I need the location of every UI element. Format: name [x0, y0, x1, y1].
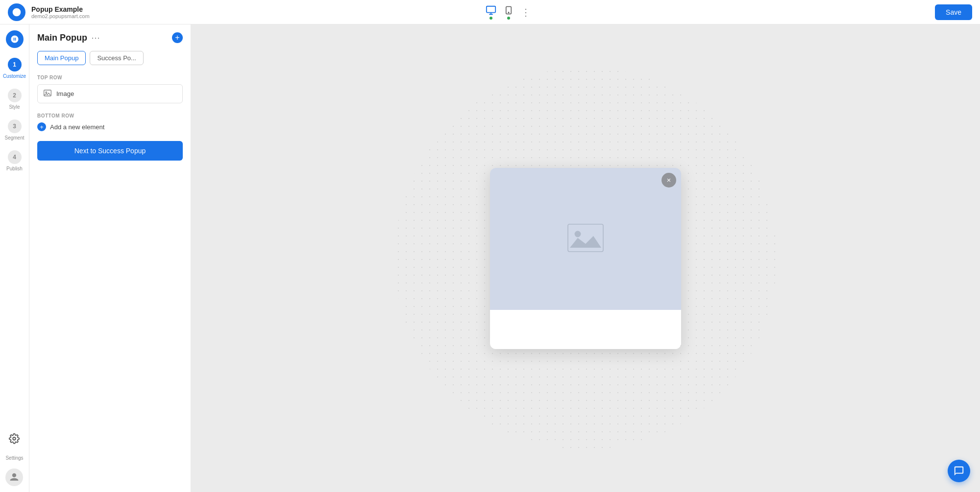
bottom-row-label: BOTTOM ROW [37, 113, 183, 118]
main-canvas: × [191, 24, 980, 492]
popup-image-area [490, 168, 681, 310]
tab-success-popup[interactable]: Success Po... [90, 51, 143, 65]
step-label-2: Style [9, 104, 20, 110]
logo[interactable] [8, 3, 25, 21]
step-circle-2: 2 [8, 89, 22, 102]
popup-preview: × [490, 168, 681, 349]
left-nav: 1 Customize 2 Style 3 Segment 4 Publish [0, 24, 29, 492]
next-success-popup-btn[interactable]: Next to Success Popup [37, 141, 183, 161]
popup-close-btn[interactable]: × [662, 173, 676, 187]
popup-image-placeholder [566, 218, 605, 259]
step-label-4: Publish [6, 166, 23, 171]
sidebar-add-btn[interactable]: + [172, 32, 183, 43]
tab-group: Main Popup Success Po... [37, 51, 183, 65]
settings-nav-btn[interactable] [5, 430, 23, 447]
add-element-icon: + [37, 122, 46, 131]
sidebar-menu-btn[interactable]: ⋯ [91, 32, 100, 43]
sidebar-panel: Main Popup ⋯ + Main Popup Success Po... … [29, 24, 191, 492]
nav-step-segment[interactable]: 3 Segment [4, 119, 24, 141]
save-button[interactable]: Save [935, 4, 972, 20]
svg-point-6 [46, 92, 47, 93]
image-icon [44, 90, 51, 98]
add-element-btn[interactable]: + Add a new element [37, 122, 183, 131]
chat-bubble-btn[interactable] [948, 460, 970, 482]
sidebar-title: Main Popup [37, 33, 87, 43]
mobile-active-dot [507, 17, 510, 20]
device-switcher: ⋮ [486, 5, 531, 20]
svg-point-8 [575, 231, 581, 237]
site-info: Popup Example demo2.popupsmart.com [31, 5, 90, 19]
more-options-btn[interactable]: ⋮ [521, 6, 531, 18]
sidebar-header: Main Popup ⋯ + [37, 32, 183, 43]
sidebar-title-row: Main Popup ⋯ [37, 32, 100, 43]
nav-bottom: Settings [5, 430, 23, 486]
step-circle-4: 4 [8, 150, 22, 164]
site-name: Popup Example [31, 5, 90, 13]
image-row-label: Image [56, 90, 74, 97]
svg-point-0 [13, 8, 21, 16]
step-circle-3: 3 [8, 119, 22, 133]
mobile-device-btn[interactable] [504, 5, 513, 20]
bottom-section: BOTTOM ROW + Add a new element [37, 113, 183, 131]
add-element-label: Add a new element [50, 123, 104, 131]
avatar-nav-btn[interactable] [5, 469, 23, 486]
site-url: demo2.popupsmart.com [31, 13, 90, 19]
settings-nav-label: Settings [5, 455, 23, 461]
nav-step-customize[interactable]: 1 Customize [3, 58, 26, 79]
desktop-device-btn[interactable] [486, 5, 496, 20]
desktop-active-dot [490, 17, 492, 20]
svg-point-4 [13, 437, 16, 440]
popup-bottom-area [490, 310, 681, 349]
top-row-label: TOP ROW [37, 75, 183, 80]
step-circle-1: 1 [8, 58, 22, 71]
nav-step-publish[interactable]: 4 Publish [6, 150, 23, 171]
image-row-item[interactable]: Image [37, 84, 183, 103]
app-logo-btn[interactable] [6, 30, 24, 48]
top-header: Popup Example demo2.popupsmart.com ⋮ Sav… [0, 0, 980, 24]
svg-rect-1 [487, 6, 495, 12]
tab-main-popup[interactable]: Main Popup [37, 51, 86, 65]
step-label-3: Segment [4, 135, 24, 141]
step-label-1: Customize [3, 73, 26, 79]
svg-point-3 [509, 12, 510, 13]
nav-step-style[interactable]: 2 Style [8, 89, 22, 110]
